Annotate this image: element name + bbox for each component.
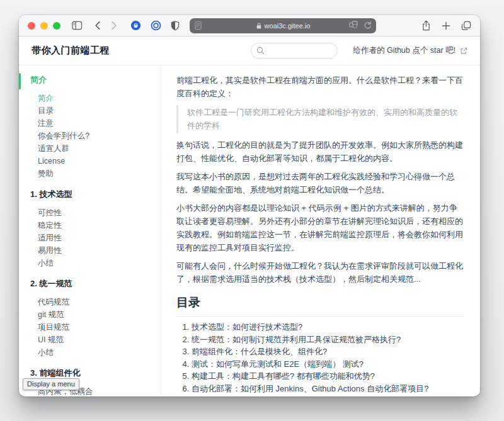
site-title: 带你入门前端工程 [32,45,251,57]
toc-item: 测试：如何写单元测试和 E2E（端到端） 测试? [192,360,464,369]
sidebar-item-summary-1[interactable]: 小结 [19,257,161,269]
sidebar-item-notice[interactable]: 注意 [19,117,161,130]
display-menu-tooltip: Display a menu [23,378,79,390]
close-window-button[interactable] [28,22,35,30]
sidebar-item-intro[interactable]: 简介 [19,92,161,104]
github-star-link[interactable]: 给作者的 Github 点个 star 吧! [353,45,467,56]
zoom-window-button[interactable] [53,22,60,30]
definition-quote: 软件工程是一门研究用工程化方法构建和维护有效的、实用的和高质量的软件的学科 [176,105,464,133]
search-icon [256,47,265,55]
toc-item: 技术选型：如何进行技术选型? [192,323,464,332]
sidebar-item-audience[interactable]: 适宜人群 [19,142,161,155]
paragraph: 换句话说，工程化的目的就是为了提升团队的开发效率。例如大家所熟悉的构建打包、性能… [176,138,464,165]
toc-list: 技术选型：如何进行技术选型? 统一规范：如何制订规范并利用工具保证规范被严格执行… [176,323,464,396]
privacy-shield-icon[interactable] [171,21,180,31]
sidebar-item-git-spec[interactable]: git 规范 [19,308,161,321]
paragraph: 可能有人会问，什么时候开始做工程化？我认为在需求评审阶段就可以做工程化了，根据需… [176,259,464,286]
back-button[interactable] [94,21,101,30]
paragraph: 我写这本小书的原因，是想对过去两年的工程化实践经验和学习心得做一个总结。希望能全… [176,170,464,196]
sidebar-item-code-spec[interactable]: 代码规范 [19,296,161,308]
browser-window: woai3c.gitee.io 带你入门前端 [19,15,480,396]
toc-heading: 目录 [176,295,464,317]
intro-paragraph: 前端工程化，其实是软件工程在前端方面的应用。什么是软件工程？来看一下百度百科的定… [176,74,464,100]
toc-item: 构建工具：构建工具有哪些? 都有哪些功能和优势? [192,372,464,381]
main-content: 前端工程化，其实是软件工程在前端方面的应用。什么是软件工程？来看一下百度百科的定… [161,65,480,396]
sidebar-item-toc[interactable]: 目录 [19,104,161,117]
share-icon[interactable] [421,20,431,31]
toc-item: 前端组件化：什么是模块化、组件化? [192,347,464,356]
minimize-window-button[interactable] [40,22,48,30]
active-section-indicator [19,73,21,89]
traffic-lights [28,22,60,30]
sidebar-section-unified-spec[interactable]: 2. 统一规范 [19,269,161,293]
new-tab-icon[interactable] [442,21,450,30]
sidebar-section-intro[interactable]: 简介 [19,74,161,89]
sidebar-item-applicability[interactable]: 适用性 [19,232,161,244]
search-input[interactable] [268,47,332,55]
reader-mode-icon[interactable] [194,21,202,30]
sidebar-item-ui-spec[interactable]: UI 规范 [19,334,161,346]
sidebar-item-license[interactable]: License [19,155,161,167]
sidebar-item-stability[interactable]: 稳定性 [19,219,161,232]
sidebar-item-sponsor[interactable]: 赞助 [19,167,161,180]
reload-icon[interactable] [364,21,372,30]
site-settings-icon[interactable] [349,21,358,29]
external-link-icon [460,47,467,55]
address-bar[interactable]: woai3c.gitee.io [190,18,376,33]
github-star-label: 给作者的 Github 点个 star 吧! [353,45,455,56]
paragraph: 小书大部分的内容都是以理论知识 + 代码示例 + 图片的方式来讲解的，努力争取让… [176,201,464,254]
toc-item: 自动化部署：如何利用 Jenkins、Github Actions 自动化部署项… [192,385,464,393]
sidebar-item-controllability[interactable]: 可控性 [19,206,161,219]
ring-extension-icon[interactable] [151,20,161,31]
tab-overview-icon[interactable] [461,21,471,31]
url-text: woai3c.gitee.io [265,22,311,30]
sidebar-toggle-icon[interactable] [72,21,83,30]
hand-extension-icon[interactable] [130,20,141,31]
browser-toolbar: woai3c.gitee.io [19,15,480,36]
sidebar-section-label: 简介 [30,75,47,84]
sidebar-section-tech-selection[interactable]: 1. 技术选型 [19,180,161,204]
sidebar-item-what-you-learn[interactable]: 你会学到什么? [19,130,161,142]
site-header: 带你入门前端工程 给作者的 Github 点个 star 吧! [19,36,480,65]
sidebar-nav: 简介 简介 目录 注意 你会学到什么? 适宜人群 License 赞助 1. 技… [19,65,161,396]
toc-item: 统一规范：如何制订规范并利用工具保证规范被严格执行? [192,335,464,344]
search-box[interactable] [251,43,338,59]
sidebar-item-summary-2[interactable]: 小结 [19,346,161,359]
forward-button[interactable] [111,21,118,30]
sidebar-item-usability[interactable]: 易用性 [19,244,161,257]
lock-icon [256,22,262,30]
sidebar-item-project-spec[interactable]: 项目规范 [19,321,161,334]
